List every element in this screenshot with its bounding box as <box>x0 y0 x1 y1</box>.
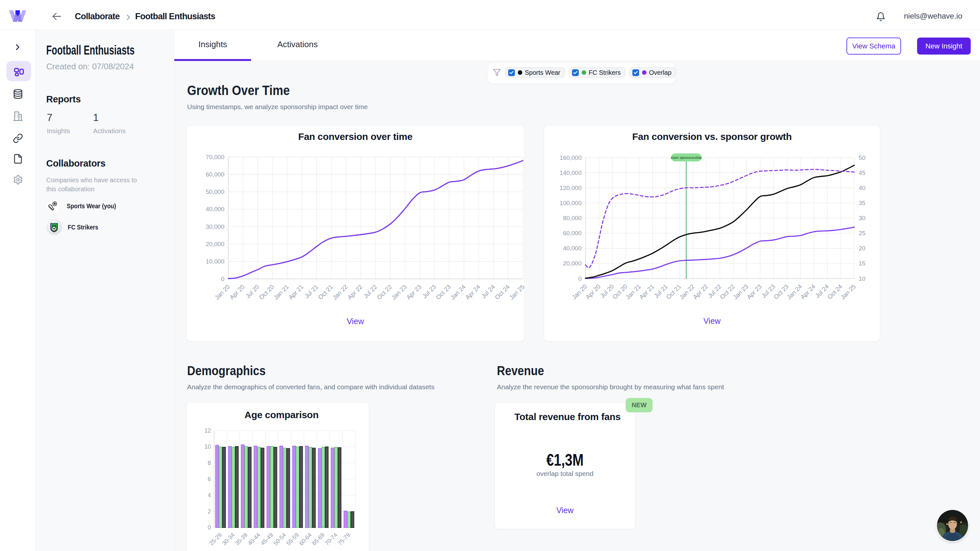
svg-text:30,000: 30,000 <box>206 223 224 230</box>
svg-text:Apr 24: Apr 24 <box>464 283 482 301</box>
svg-text:Jan 24: Jan 24 <box>449 283 467 301</box>
svg-text:Oct 23: Oct 23 <box>434 283 452 301</box>
svg-text:Apr 21: Apr 21 <box>638 283 655 300</box>
svg-text:30: 30 <box>859 215 865 221</box>
svg-text:140,000: 140,000 <box>560 170 582 176</box>
svg-text:Apr 22: Apr 22 <box>346 283 363 301</box>
svg-text:50-54: 50-54 <box>272 532 287 547</box>
svg-text:10: 10 <box>204 443 211 450</box>
svg-text:80,000: 80,000 <box>563 215 582 221</box>
svg-text:65-69: 65-69 <box>311 532 326 547</box>
svg-text:Oct 22: Oct 22 <box>375 283 393 301</box>
svg-text:0: 0 <box>221 276 224 283</box>
svg-text:Jul 23: Jul 23 <box>421 283 438 300</box>
svg-text:20: 20 <box>859 245 865 252</box>
svg-text:25-29: 25-29 <box>208 532 223 547</box>
svg-text:Jan 24: Jan 24 <box>786 283 803 301</box>
svg-text:0: 0 <box>208 524 211 531</box>
svg-text:40: 40 <box>859 184 865 191</box>
svg-text:30-34: 30-34 <box>221 532 236 547</box>
svg-text:60,000: 60,000 <box>206 171 224 178</box>
svg-text:50,000: 50,000 <box>206 188 224 195</box>
svg-text:Jul 20: Jul 20 <box>244 283 261 300</box>
svg-text:Jan 20: Jan 20 <box>213 283 231 301</box>
svg-text:Jan 22: Jan 22 <box>331 283 349 301</box>
svg-text:40,000: 40,000 <box>563 245 582 252</box>
svg-text:6: 6 <box>208 476 211 482</box>
svg-text:Jul 21: Jul 21 <box>303 283 320 300</box>
svg-text:50: 50 <box>859 154 865 161</box>
svg-text:Jan 20: Jan 20 <box>571 283 589 301</box>
svg-text:Jan 23: Jan 23 <box>732 283 749 301</box>
svg-text:20,000: 20,000 <box>563 260 582 267</box>
svg-text:4: 4 <box>208 492 211 499</box>
svg-text:Jan 23: Jan 23 <box>390 283 408 301</box>
svg-text:40,000: 40,000 <box>206 206 224 213</box>
svg-text:start sponsorship: start sponsorship <box>671 156 702 159</box>
svg-text:Jan 25: Jan 25 <box>508 283 525 301</box>
svg-text:60,000: 60,000 <box>563 230 582 237</box>
svg-text:Apr 24: Apr 24 <box>799 283 817 301</box>
svg-text:15: 15 <box>859 260 865 267</box>
svg-text:Jul 22: Jul 22 <box>362 283 379 300</box>
svg-text:70,000: 70,000 <box>206 154 224 160</box>
svg-text:Apr 21: Apr 21 <box>287 283 305 301</box>
svg-text:Apr 23: Apr 23 <box>745 283 763 300</box>
svg-text:10,000: 10,000 <box>206 258 224 265</box>
svg-text:120,000: 120,000 <box>560 184 582 191</box>
svg-text:Jan 21: Jan 21 <box>624 283 642 301</box>
svg-text:Oct 21: Oct 21 <box>317 283 334 301</box>
svg-text:75-79: 75-79 <box>336 532 352 547</box>
svg-text:Jan 21: Jan 21 <box>272 283 290 301</box>
svg-text:35-39: 35-39 <box>234 532 249 547</box>
svg-text:45: 45 <box>859 170 865 176</box>
svg-text:Jan 25: Jan 25 <box>839 283 857 301</box>
svg-text:Apr 22: Apr 22 <box>692 283 709 300</box>
svg-text:Apr 20: Apr 20 <box>584 283 601 300</box>
svg-text:25: 25 <box>859 230 865 237</box>
svg-text:Apr 23: Apr 23 <box>405 283 422 301</box>
svg-text:0: 0 <box>578 275 582 282</box>
svg-text:Oct 20: Oct 20 <box>258 283 275 301</box>
svg-text:10: 10 <box>859 275 865 282</box>
svg-text:45-49: 45-49 <box>259 532 274 547</box>
svg-text:2: 2 <box>208 508 211 515</box>
svg-text:8: 8 <box>208 460 211 466</box>
svg-text:20,000: 20,000 <box>206 241 224 248</box>
svg-text:Jan 22: Jan 22 <box>678 283 695 301</box>
svg-text:Jul 24: Jul 24 <box>480 283 496 300</box>
svg-text:60-64: 60-64 <box>298 532 313 547</box>
svg-text:55-59: 55-59 <box>285 532 300 547</box>
svg-text:160,000: 160,000 <box>560 154 582 161</box>
svg-text:35: 35 <box>859 200 865 206</box>
svg-text:100,000: 100,000 <box>560 200 582 206</box>
svg-text:Apr 20: Apr 20 <box>228 283 245 301</box>
svg-text:40-44: 40-44 <box>247 532 262 547</box>
svg-text:70-74: 70-74 <box>324 532 339 547</box>
svg-text:12: 12 <box>204 427 211 434</box>
svg-text:Oct 24: Oct 24 <box>493 283 511 301</box>
